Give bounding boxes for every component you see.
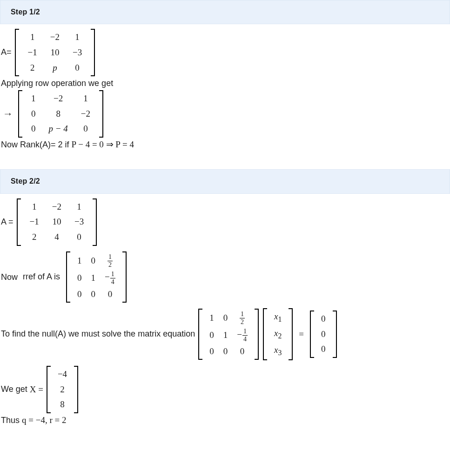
a-equals: A =: [1, 217, 13, 226]
thus-line: Thus q = −4, r = 2: [1, 414, 449, 427]
rref-line: Now rref of A is 1 0 12 0 1 −14 0 0 0: [1, 251, 449, 304]
matrix-A2: 1−21 −110−3 240: [17, 198, 97, 246]
eq-A-def2: A = 1−21 −110−3 240: [1, 198, 449, 247]
null-text: To find the null(A) we must solve the ma…: [1, 330, 195, 339]
step-label: Step 2/2: [11, 177, 40, 185]
step-label: Step 1/2: [11, 8, 40, 16]
rank-text: Now Rank(A)= 2 if: [1, 140, 72, 149]
null-equation: To find the null(A) we must solve the ma…: [1, 307, 449, 361]
matrix-A: 1−21 −110−3 2p0: [15, 29, 95, 76]
vector-x: x1 x2 x3: [263, 308, 293, 360]
we-get-text: We get: [1, 384, 30, 394]
eq-A-def: A= 1−21 −110−3 2p0: [1, 28, 449, 77]
apply-text: Applying row operation we get: [1, 77, 449, 89]
matrix-A-reduced: 1−21 08−2 0p − 40: [18, 90, 103, 138]
arrow-icon: →: [1, 108, 15, 119]
rank-math: P − 4 = 0 ⇒ P = 4: [72, 139, 134, 149]
matrix-rref-eq: 1 0 12 0 1 −14 0 0 0: [198, 309, 259, 360]
apply-row-op-text: Applying row operation we get: [1, 79, 113, 88]
a-equals: A=: [1, 48, 12, 57]
eq-sign: =: [296, 329, 307, 339]
eq-A-reduced: → 1−21 08−2 0p − 40: [1, 89, 449, 139]
matrix-rref: 1 0 12 0 1 −14 0 0 0: [66, 251, 127, 303]
rref-now: Now: [1, 272, 18, 281]
thus-text: Thus: [1, 416, 22, 425]
we-get-math: X =: [30, 384, 43, 394]
step-header: Step 1/2: [0, 0, 450, 24]
step1-body: A= 1−21 −110−3 2p0 Applying row operatio…: [0, 24, 450, 169]
vector-zero: 0 0 0: [310, 311, 337, 358]
vector-X-result: −4 2 8: [47, 366, 78, 413]
rank-line: Now Rank(A)= 2 if P − 4 = 0 ⇒ P = 4: [1, 139, 449, 151]
thus-math: q = −4, r = 2: [22, 415, 66, 425]
step-header: Step 2/2: [0, 169, 450, 193]
we-get-line: We get X = −4 2 8: [1, 365, 449, 414]
step2-body: A = 1−21 −110−3 240 Now rref of A is 1 0…: [0, 194, 450, 445]
rref-text: rref of A is: [20, 272, 63, 281]
